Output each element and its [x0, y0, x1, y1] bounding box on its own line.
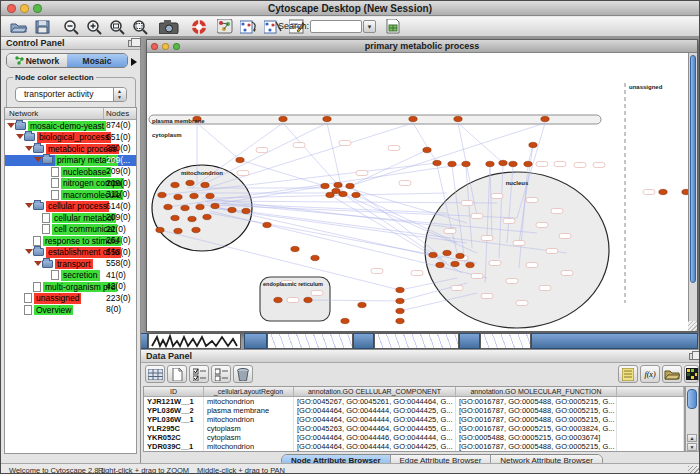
- tree-row[interactable]: nitrogen compo209(0): [5, 178, 136, 190]
- minimized-window-titlebar[interactable]: [244, 333, 267, 349]
- vizmapper-icon[interactable]: [215, 18, 235, 35]
- tree-row[interactable]: transport558(0): [5, 258, 136, 270]
- float-panel-icon[interactable]: [128, 40, 136, 47]
- tree-col-network[interactable]: Network: [9, 109, 38, 118]
- inner-maximize-icon[interactable]: [173, 43, 180, 50]
- search-input[interactable]: [310, 20, 362, 33]
- tree-row[interactable]: nucleobase-209(0): [5, 166, 136, 178]
- snapshot-icon[interactable]: [159, 18, 179, 35]
- network-vscrollbar[interactable]: [688, 53, 697, 331]
- attribute-select-table-icon[interactable]: [145, 365, 165, 383]
- tab-network[interactable]: Network: [7, 54, 67, 67]
- zoom-out-icon[interactable]: [61, 18, 81, 35]
- node-label: [444, 229, 456, 234]
- notes-icon[interactable]: [618, 365, 638, 383]
- scroll-down-icon[interactable]: ▼: [687, 443, 697, 451]
- network-canvas[interactable]: plasma membranecytoplasmmitochondrionnuc…: [147, 53, 688, 331]
- node-label: [293, 143, 305, 148]
- gene-node: [156, 227, 164, 232]
- table-row[interactable]: YLR295Ccytoplasm[GO:0045263, GO:0044464,…: [144, 424, 684, 433]
- table-row[interactable]: YKR052Ccytoplasm[GO:0044464, GO:0044446,…: [144, 433, 684, 442]
- window-resize-grip[interactable]: [688, 466, 699, 474]
- combo-stepper-icon[interactable]: ▲▼: [113, 88, 126, 101]
- minimize-icon[interactable]: [20, 4, 29, 13]
- delete-attribute-icon[interactable]: [233, 365, 253, 383]
- open-file-icon[interactable]: [9, 18, 29, 35]
- table-vscroll-thumb[interactable]: [687, 389, 697, 409]
- minimized-window-titlebar[interactable]: [353, 333, 374, 349]
- formula-icon[interactable]: f(x): [640, 365, 660, 383]
- tree-row[interactable]: Overview8(0): [5, 304, 136, 316]
- tree-row[interactable]: unassigned223(0): [5, 293, 136, 305]
- status-welcome: Welcome to Cytoscape 2.8.1: [9, 466, 105, 474]
- window-resize-grip[interactable]: [688, 321, 697, 331]
- tab-network-label: Network: [26, 54, 60, 68]
- node-color-combobox[interactable]: transporter activity ▲▼: [15, 87, 127, 102]
- minimized-overview-window[interactable]: [148, 333, 241, 349]
- tree-row[interactable]: cellular process614(0): [5, 201, 136, 213]
- column-header[interactable]: ID: [144, 387, 204, 396]
- zoom-selected-region-icon[interactable]: [107, 18, 127, 35]
- table-cell: YPL036W__2: [144, 406, 204, 415]
- tree-row[interactable]: biological_process651(0): [5, 132, 136, 144]
- network-graph-svg[interactable]: plasma membranecytoplasmmitochondrionnuc…: [147, 53, 688, 331]
- tree-row[interactable]: response to stimulu264(0): [5, 235, 136, 247]
- float-panel-icon[interactable]: [689, 353, 697, 360]
- minimized-network-window[interactable]: [480, 333, 531, 349]
- unselect-attributes-icon[interactable]: [211, 365, 231, 383]
- control-panel-title: Control Panel: [6, 38, 65, 48]
- save-session-icon[interactable]: [32, 18, 52, 35]
- column-header[interactable]: annotation.GO MOLECULAR_FUNCTION: [456, 387, 617, 396]
- network-view-window[interactable]: primary metabolic process plasma membran…: [146, 39, 698, 332]
- heatmap-icon[interactable]: [684, 365, 699, 383]
- tree-row[interactable]: cellular metabol209(0): [5, 212, 136, 224]
- zoom-fit-icon[interactable]: [130, 18, 150, 35]
- table-row[interactable]: YDR039C__1mitochondrion[GO:0044464, GO:0…: [144, 442, 684, 451]
- table-row[interactable]: YJR121W__1mitochondrion[GO:0045267, GO:0…: [144, 397, 684, 406]
- inner-minimize-icon[interactable]: [162, 43, 169, 50]
- tree-row[interactable]: establishment of lo558(0): [5, 247, 136, 259]
- minimized-network-window[interactable]: [374, 333, 459, 349]
- tree-label: biological_process: [37, 132, 111, 143]
- minimized-window-titlebar-wide[interactable]: [531, 333, 698, 349]
- zoom-in-icon[interactable]: [84, 18, 104, 35]
- tab-mosaic[interactable]: Mosaic: [67, 54, 127, 67]
- tree-row[interactable]: cell communicat22(0): [5, 224, 136, 236]
- minimized-network-window[interactable]: [267, 333, 353, 349]
- tree-row[interactable]: multi-organism pro42(0): [5, 281, 136, 293]
- tree-row[interactable]: mosaic-demo-yeast874(0): [5, 120, 136, 132]
- help-icon[interactable]: [189, 18, 209, 35]
- minimized-window-fragment[interactable]: [141, 333, 148, 349]
- node-label: [399, 181, 411, 186]
- close-icon[interactable]: [7, 4, 16, 13]
- column-header[interactable]: annotation.GO CELLULAR_COMPONENT: [294, 387, 456, 396]
- column-header[interactable]: [617, 387, 684, 396]
- tree-col-nodes[interactable]: Nodes: [106, 109, 129, 118]
- tab-overflow-icon[interactable]: [131, 58, 137, 66]
- tree-row[interactable]: primary metabo209(...: [5, 155, 136, 167]
- create-network-icon[interactable]: [239, 18, 259, 35]
- tree-row[interactable]: metabolic process280(0): [5, 143, 136, 155]
- import-table-icon[interactable]: [662, 365, 682, 383]
- tree-row[interactable]: secretion41(0): [5, 270, 136, 282]
- window-titlebar[interactable]: Cytoscape Desktop (New Session): [1, 1, 699, 16]
- attribute-table[interactable]: ID_cellularLayoutRegionannotation.GO CEL…: [143, 386, 685, 452]
- table-row[interactable]: YPL036W__1mitochondrion[GO:0044464, GO:0…: [144, 415, 684, 424]
- network-view-titlebar[interactable]: primary metabolic process: [147, 40, 697, 53]
- tree-node-count: 558(0): [106, 258, 131, 270]
- vscroll-thumb[interactable]: [690, 55, 696, 283]
- new-attribute-icon[interactable]: [167, 365, 187, 383]
- table-vscrollbar[interactable]: ▲ ▼: [685, 386, 699, 452]
- minimized-window-titlebar[interactable]: [459, 333, 480, 349]
- scroll-up-icon[interactable]: ▲: [687, 434, 697, 442]
- attribute-table-header[interactable]: ID_cellularLayoutRegionannotation.GO CEL…: [144, 387, 684, 397]
- tree-header[interactable]: Network Nodes: [5, 108, 136, 120]
- select-attributes-icon[interactable]: [189, 365, 209, 383]
- inner-close-icon[interactable]: [151, 43, 158, 50]
- column-header[interactable]: _cellularLayoutRegion: [204, 387, 294, 396]
- maximize-icon[interactable]: [33, 4, 42, 13]
- search-dropdown-icon[interactable]: ▼: [363, 20, 376, 33]
- table-row[interactable]: YPL036W__2plasma membrane[GO:0044464, GO…: [144, 406, 684, 415]
- tree-row[interactable]: macromolecule311(0): [5, 189, 136, 201]
- import-attributes-icon[interactable]: [383, 18, 403, 35]
